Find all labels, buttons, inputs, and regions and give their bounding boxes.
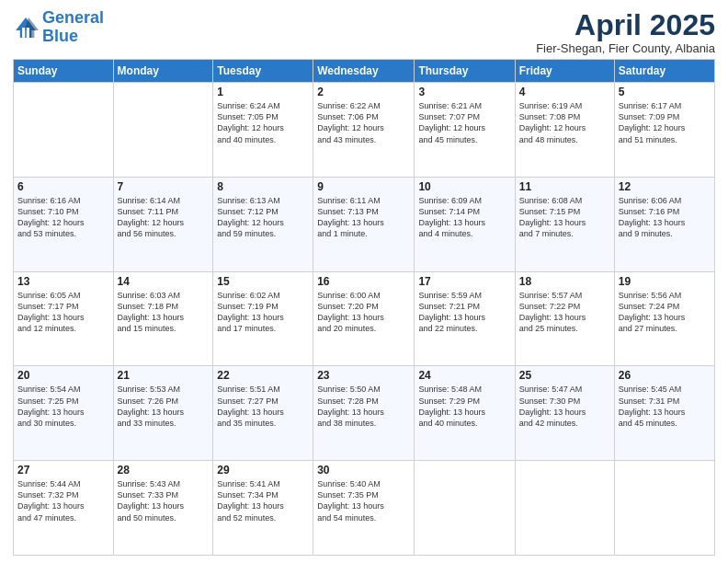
calendar-cell: 6Sunrise: 6:16 AM Sunset: 7:10 PM Daylig… xyxy=(14,177,114,271)
calendar-cell: 26Sunrise: 5:45 AM Sunset: 7:31 PM Dayli… xyxy=(614,366,714,461)
calendar-cell: 4Sunrise: 6:19 AM Sunset: 7:08 PM Daylig… xyxy=(515,83,614,178)
day-info: Sunrise: 6:19 AM Sunset: 7:08 PM Dayligh… xyxy=(519,100,610,145)
calendar-cell: 10Sunrise: 6:09 AM Sunset: 7:14 PM Dayli… xyxy=(415,177,515,271)
col-thursday: Thursday xyxy=(415,60,515,83)
svg-rect-3 xyxy=(22,28,25,38)
logo-blue: Blue xyxy=(42,27,78,45)
calendar-cell: 9Sunrise: 6:11 AM Sunset: 7:13 PM Daylig… xyxy=(313,177,415,271)
day-number: 3 xyxy=(418,86,510,98)
day-info: Sunrise: 5:51 AM Sunset: 7:27 PM Dayligh… xyxy=(217,384,309,429)
title-block: April 2025 Fier-Shegan, Fier County, Alb… xyxy=(536,9,715,55)
col-monday: Monday xyxy=(113,60,213,83)
day-info: Sunrise: 6:22 AM Sunset: 7:06 PM Dayligh… xyxy=(317,100,410,145)
calendar-cell xyxy=(14,83,114,178)
page: General Blue April 2025 Fier-Shegan, Fie… xyxy=(0,0,728,563)
day-number: 23 xyxy=(317,369,410,382)
calendar-cell: 5Sunrise: 6:17 AM Sunset: 7:09 PM Daylig… xyxy=(614,83,714,178)
day-info: Sunrise: 5:53 AM Sunset: 7:26 PM Dayligh… xyxy=(118,384,210,429)
calendar-cell: 17Sunrise: 5:59 AM Sunset: 7:21 PM Dayli… xyxy=(415,271,515,366)
day-info: Sunrise: 5:47 AM Sunset: 7:30 PM Dayligh… xyxy=(519,384,610,429)
col-tuesday: Tuesday xyxy=(213,60,313,83)
calendar-cell: 27Sunrise: 5:44 AM Sunset: 7:32 PM Dayli… xyxy=(14,461,114,556)
col-saturday: Saturday xyxy=(614,60,714,83)
day-info: Sunrise: 5:48 AM Sunset: 7:29 PM Dayligh… xyxy=(418,384,510,429)
day-info: Sunrise: 6:11 AM Sunset: 7:13 PM Dayligh… xyxy=(317,195,410,240)
day-number: 9 xyxy=(317,180,410,193)
day-number: 26 xyxy=(619,369,711,382)
calendar-cell: 8Sunrise: 6:13 AM Sunset: 7:12 PM Daylig… xyxy=(213,177,313,271)
day-number: 13 xyxy=(17,275,109,288)
col-friday: Friday xyxy=(515,60,614,83)
day-number: 19 xyxy=(619,275,711,288)
day-number: 21 xyxy=(118,369,210,382)
day-info: Sunrise: 5:54 AM Sunset: 7:25 PM Dayligh… xyxy=(17,384,109,429)
calendar-cell xyxy=(614,461,714,556)
calendar-cell xyxy=(415,461,515,556)
day-number: 29 xyxy=(217,464,309,477)
col-sunday: Sunday xyxy=(14,60,114,83)
calendar-cell: 7Sunrise: 6:14 AM Sunset: 7:11 PM Daylig… xyxy=(113,177,213,271)
day-number: 18 xyxy=(519,275,610,288)
day-info: Sunrise: 6:09 AM Sunset: 7:14 PM Dayligh… xyxy=(418,195,510,240)
day-number: 20 xyxy=(17,369,109,382)
day-number: 27 xyxy=(17,464,109,477)
calendar-cell: 24Sunrise: 5:48 AM Sunset: 7:29 PM Dayli… xyxy=(415,366,515,461)
calendar: Sunday Monday Tuesday Wednesday Thursday… xyxy=(13,59,715,556)
day-number: 1 xyxy=(217,86,309,98)
day-info: Sunrise: 6:03 AM Sunset: 7:18 PM Dayligh… xyxy=(118,290,210,335)
day-info: Sunrise: 5:40 AM Sunset: 7:35 PM Dayligh… xyxy=(317,478,410,523)
day-info: Sunrise: 5:44 AM Sunset: 7:32 PM Dayligh… xyxy=(17,478,109,523)
calendar-body: 1Sunrise: 6:24 AM Sunset: 7:05 PM Daylig… xyxy=(14,83,715,556)
day-info: Sunrise: 5:41 AM Sunset: 7:34 PM Dayligh… xyxy=(217,478,309,523)
day-number: 24 xyxy=(418,369,510,382)
day-info: Sunrise: 6:02 AM Sunset: 7:19 PM Dayligh… xyxy=(217,290,309,335)
day-info: Sunrise: 6:14 AM Sunset: 7:11 PM Dayligh… xyxy=(118,195,210,240)
calendar-cell xyxy=(113,83,213,178)
calendar-cell: 19Sunrise: 5:56 AM Sunset: 7:24 PM Dayli… xyxy=(614,271,714,366)
day-info: Sunrise: 6:05 AM Sunset: 7:17 PM Dayligh… xyxy=(17,290,109,335)
calendar-cell: 21Sunrise: 5:53 AM Sunset: 7:26 PM Dayli… xyxy=(113,366,213,461)
day-number: 7 xyxy=(118,180,210,193)
calendar-cell: 18Sunrise: 5:57 AM Sunset: 7:22 PM Dayli… xyxy=(515,271,614,366)
calendar-week-3: 20Sunrise: 5:54 AM Sunset: 7:25 PM Dayli… xyxy=(14,366,715,461)
day-number: 6 xyxy=(17,180,109,193)
calendar-cell: 25Sunrise: 5:47 AM Sunset: 7:30 PM Dayli… xyxy=(515,366,614,461)
logo: General Blue xyxy=(13,9,104,46)
logo-icon xyxy=(13,15,39,40)
calendar-cell: 23Sunrise: 5:50 AM Sunset: 7:28 PM Dayli… xyxy=(313,366,415,461)
day-info: Sunrise: 5:43 AM Sunset: 7:33 PM Dayligh… xyxy=(118,478,210,523)
day-info: Sunrise: 6:06 AM Sunset: 7:16 PM Dayligh… xyxy=(619,195,711,240)
calendar-cell: 3Sunrise: 6:21 AM Sunset: 7:07 PM Daylig… xyxy=(415,83,515,178)
day-number: 11 xyxy=(519,180,610,193)
day-number: 15 xyxy=(217,275,309,288)
calendar-cell: 14Sunrise: 6:03 AM Sunset: 7:18 PM Dayli… xyxy=(113,271,213,366)
calendar-header-row: Sunday Monday Tuesday Wednesday Thursday… xyxy=(14,60,715,83)
day-number: 12 xyxy=(619,180,711,193)
day-info: Sunrise: 6:24 AM Sunset: 7:05 PM Dayligh… xyxy=(217,100,309,145)
calendar-cell: 28Sunrise: 5:43 AM Sunset: 7:33 PM Dayli… xyxy=(113,461,213,556)
day-info: Sunrise: 5:59 AM Sunset: 7:21 PM Dayligh… xyxy=(418,290,510,335)
col-wednesday: Wednesday xyxy=(313,60,415,83)
calendar-week-0: 1Sunrise: 6:24 AM Sunset: 7:05 PM Daylig… xyxy=(14,83,715,178)
calendar-cell: 20Sunrise: 5:54 AM Sunset: 7:25 PM Dayli… xyxy=(14,366,114,461)
location: Fier-Shegan, Fier County, Albania xyxy=(536,41,715,55)
day-info: Sunrise: 6:13 AM Sunset: 7:12 PM Dayligh… xyxy=(217,195,309,240)
calendar-cell: 13Sunrise: 6:05 AM Sunset: 7:17 PM Dayli… xyxy=(14,271,114,366)
calendar-cell xyxy=(515,461,614,556)
svg-rect-4 xyxy=(27,28,29,38)
day-number: 22 xyxy=(217,369,309,382)
calendar-cell: 2Sunrise: 6:22 AM Sunset: 7:06 PM Daylig… xyxy=(313,83,415,178)
day-number: 2 xyxy=(317,86,410,98)
day-info: Sunrise: 5:56 AM Sunset: 7:24 PM Dayligh… xyxy=(619,290,711,335)
logo-general: General xyxy=(42,8,104,27)
day-info: Sunrise: 6:17 AM Sunset: 7:09 PM Dayligh… xyxy=(619,100,711,145)
calendar-week-2: 13Sunrise: 6:05 AM Sunset: 7:17 PM Dayli… xyxy=(14,271,715,366)
calendar-cell: 16Sunrise: 6:00 AM Sunset: 7:20 PM Dayli… xyxy=(313,271,415,366)
day-number: 10 xyxy=(418,180,510,193)
day-info: Sunrise: 6:16 AM Sunset: 7:10 PM Dayligh… xyxy=(17,195,109,240)
day-number: 30 xyxy=(317,464,410,477)
day-number: 8 xyxy=(217,180,309,193)
calendar-week-4: 27Sunrise: 5:44 AM Sunset: 7:32 PM Dayli… xyxy=(14,461,715,556)
calendar-week-1: 6Sunrise: 6:16 AM Sunset: 7:10 PM Daylig… xyxy=(14,177,715,271)
day-number: 28 xyxy=(118,464,210,477)
